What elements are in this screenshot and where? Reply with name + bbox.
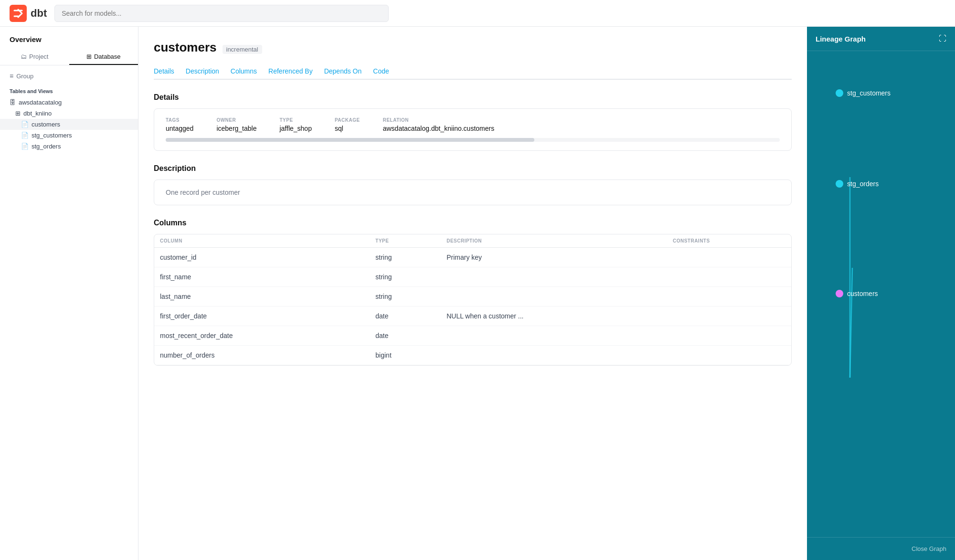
table-row: last_namestring	[154, 287, 791, 306]
cell-column: last_name	[154, 287, 370, 306]
content-tabs: Details Description Columns Referenced B…	[154, 63, 792, 80]
details-card: TAGS untagged OWNER iceberg_table TYPE j…	[154, 108, 792, 151]
node-stg-orders[interactable]: stg_orders	[836, 180, 879, 188]
tree-item-stg-orders[interactable]: 📄 stg_orders	[0, 141, 138, 152]
model-badge: incremental	[223, 45, 262, 54]
table-icon-customers: 📄	[21, 121, 29, 128]
page-title-row: customers incremental	[154, 40, 792, 55]
cell-type: string	[370, 248, 441, 267]
table-row: most_recent_order_datedate	[154, 326, 791, 346]
cell-column: customer_id	[154, 248, 370, 267]
cell-type: date	[370, 326, 441, 346]
tab-project[interactable]: 🗂 Project	[0, 49, 69, 65]
logo: dbt	[10, 5, 47, 22]
content-area: customers incremental Details Descriptio…	[138, 27, 807, 560]
cell-constraints	[667, 346, 791, 365]
details-section: Details TAGS untagged OWNER iceberg_tabl…	[154, 93, 792, 151]
tab-description[interactable]: Description	[186, 63, 219, 80]
table-icon-stg-customers: 📄	[21, 132, 29, 139]
tree-item-customers[interactable]: 📄 customers	[0, 119, 138, 130]
db-icon: 🗄	[10, 99, 16, 106]
columns-card: COLUMN TYPE DESCRIPTION CONSTRAINTS cust…	[154, 234, 792, 366]
col-header-constraints: CONSTRAINTS	[667, 234, 791, 248]
scroll-bar[interactable]	[166, 138, 780, 142]
lineage-svg	[807, 51, 955, 537]
table-row: first_namestring	[154, 267, 791, 287]
lineage-graph: stg_customers stg_orders customers	[807, 51, 955, 537]
detail-language: RELATION awsdatacatalog.dbt_kniino.custo…	[383, 117, 494, 132]
details-heading: Details	[154, 93, 792, 102]
columns-heading: Columns	[154, 219, 792, 227]
tab-details[interactable]: Details	[154, 63, 174, 80]
cell-constraints	[667, 248, 791, 267]
tables-section-label: Tables and Views	[0, 88, 138, 97]
cell-description	[441, 346, 667, 365]
lineage-title: Lineage Graph	[816, 35, 866, 43]
search-input[interactable]	[54, 5, 389, 22]
detail-type: TYPE jaffle_shop	[279, 117, 311, 132]
cell-description: NULL when a customer ...	[441, 306, 667, 326]
topbar: dbt	[0, 0, 955, 27]
nav-tabs: 🗂 Project ⊞ Database	[0, 49, 138, 65]
tree-item-awsdatacatalog[interactable]: 🗄 awsdatacatalog	[0, 97, 138, 108]
table-icon-stg-orders: 📄	[21, 143, 29, 150]
cell-type: string	[370, 287, 441, 306]
tables-section: Tables and Views 🗄 awsdatacatalog ⊞ dbt_…	[0, 83, 138, 158]
detail-owner: OWNER iceberg_table	[216, 117, 256, 132]
cell-column: most_recent_order_date	[154, 326, 370, 346]
cell-column: number_of_orders	[154, 346, 370, 365]
columns-header-row: COLUMN TYPE DESCRIPTION CONSTRAINTS	[154, 234, 791, 248]
cell-column: first_name	[154, 267, 370, 287]
overview-title: Overview	[0, 27, 138, 49]
group-icon: ≡	[10, 72, 13, 80]
folder-icon: 🗂	[21, 53, 27, 60]
label-customers: customers	[847, 290, 878, 297]
cell-description	[441, 287, 667, 306]
tab-referenced-by[interactable]: Referenced By	[268, 63, 313, 80]
tab-database[interactable]: ⊞ Database	[69, 49, 138, 65]
tab-code[interactable]: Code	[373, 63, 389, 80]
cell-constraints	[667, 306, 791, 326]
cell-type: bigint	[370, 346, 441, 365]
database-icon: ⊞	[86, 53, 92, 60]
tree-item-dbt-kniino[interactable]: ⊞ dbt_kniino	[0, 108, 138, 119]
description-section: Description One record per customer	[154, 164, 792, 205]
logo-text: dbt	[31, 7, 47, 20]
svg-rect-0	[10, 5, 27, 22]
cell-description	[441, 326, 667, 346]
tree-item-stg-customers[interactable]: 📄 stg_customers	[0, 130, 138, 141]
tab-depends-on[interactable]: Depends On	[324, 63, 362, 80]
node-customers[interactable]: customers	[836, 290, 878, 297]
dot-customers	[836, 290, 843, 297]
cell-description	[441, 267, 667, 287]
columns-table: COLUMN TYPE DESCRIPTION CONSTRAINTS cust…	[154, 234, 791, 365]
cell-constraints	[667, 267, 791, 287]
dbt-logo-icon	[10, 5, 27, 22]
col-header-description: DESCRIPTION	[441, 234, 667, 248]
model-title: customers	[154, 40, 217, 55]
columns-section: Columns COLUMN TYPE DESCRIPTION CONSTRAI…	[154, 219, 792, 366]
dot-stg-orders	[836, 180, 843, 188]
detail-package: PACKAGE sql	[335, 117, 360, 132]
label-stg-orders: stg_orders	[847, 180, 879, 188]
close-graph-button[interactable]: Close Graph	[912, 545, 946, 553]
scroll-thumb	[166, 138, 534, 142]
columns-body: customer_idstringPrimary keyfirst_namest…	[154, 248, 791, 365]
label-stg-customers: stg_customers	[847, 89, 891, 97]
description-heading: Description	[154, 164, 792, 173]
table-row: number_of_ordersbigint	[154, 346, 791, 365]
cell-column: first_order_date	[154, 306, 370, 326]
dot-stg-customers	[836, 89, 843, 97]
main-layout: Overview 🗂 Project ⊞ Database ≡ Group Ta…	[0, 27, 955, 560]
table-row: first_order_datedateNULL when a customer…	[154, 306, 791, 326]
node-stg-customers[interactable]: stg_customers	[836, 89, 891, 97]
sidebar: Overview 🗂 Project ⊞ Database ≡ Group Ta…	[0, 27, 138, 560]
group-row[interactable]: ≡ Group	[0, 69, 138, 83]
tab-columns[interactable]: Columns	[231, 63, 257, 80]
lineage-expand-button[interactable]: ⛶	[939, 34, 946, 43]
cell-constraints	[667, 287, 791, 306]
schema-icon: ⊞	[15, 110, 21, 117]
col-header-column: COLUMN	[154, 234, 370, 248]
col-header-type: TYPE	[370, 234, 441, 248]
cell-description: Primary key	[441, 248, 667, 267]
